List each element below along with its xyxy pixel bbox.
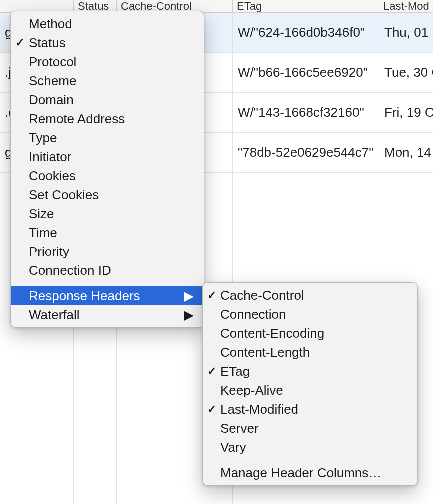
submenu-item-connection[interactable]: Connection [203,305,417,324]
submenu-item-manage-header-columns-[interactable]: Manage Header Columns… [203,463,417,482]
menu-item-label: Domain [29,92,181,108]
submenu-item-etag[interactable]: ✓ETag [203,362,417,381]
menu-item-cookies[interactable]: Cookies [11,166,204,185]
submenu-item-vary[interactable]: Vary [203,438,417,457]
menu-item-remote-address[interactable]: Remote Address [11,109,204,128]
menu-item-label: Remote Address [29,111,181,127]
check-icon: ✓ [203,400,220,419]
submenu-item-label: Vary [220,440,407,455]
menu-item-protocol[interactable]: Protocol [11,52,204,71]
check-icon: ✓ [11,33,29,52]
submenu-item-label: ETag [220,364,407,379]
submenu-arrow-icon: ▶ [181,288,194,304]
submenu-item-last-modified[interactable]: ✓Last-Modified [203,400,417,419]
menu-item-label: Time [29,225,181,241]
menu-item-status[interactable]: ✓Status [11,33,204,52]
check-icon: ✓ [203,286,220,305]
menu-item-set-cookies[interactable]: Set Cookies [11,185,204,204]
submenu-arrow-icon: ▶ [181,307,194,323]
menu-item-label: Priority [29,244,181,259]
menu-separator [203,460,417,460]
column-context-menu[interactable]: Method✓StatusProtocolSchemeDomainRemote … [10,11,204,328]
col-header-etag[interactable]: ETag [232,0,379,13]
cell-lastmod: Tue, 30 O [379,53,433,93]
menu-item-label: Status [29,35,181,51]
submenu-item-label: Content-Encoding [220,326,407,341]
submenu-item-label: Manage Header Columns… [220,465,407,481]
submenu-item-label: Cache-Control [220,288,407,303]
menu-item-label: Initiator [29,149,181,165]
check-icon: ✓ [203,362,220,381]
menu-item-domain[interactable]: Domain [11,90,204,109]
col-header-lastmod[interactable]: Last-Mod [379,0,433,13]
submenu-item-label: Last-Modified [220,402,407,417]
submenu-item-label: Server [220,421,407,436]
menu-item-label: Connection ID [29,263,181,278]
submenu-item-content-length[interactable]: Content-Length [203,343,417,362]
menu-item-type[interactable]: Type [11,128,204,147]
menu-item-label: Response Headers [29,288,181,304]
submenu-item-keep-alive[interactable]: Keep-Alive [203,381,417,400]
menu-item-response-headers[interactable]: Response Headers▶ [11,286,204,305]
menu-item-label: Set Cookies [29,187,181,203]
menu-item-scheme[interactable]: Scheme [11,71,204,90]
menu-item-priority[interactable]: Priority [11,242,204,261]
menu-item-initiator[interactable]: Initiator [11,147,204,166]
menu-separator [11,283,204,283]
submenu-item-label: Connection [220,307,407,322]
menu-item-label: Method [29,16,181,32]
submenu-item-label: Keep-Alive [220,383,407,398]
submenu-item-server[interactable]: Server [203,419,417,438]
cell-lastmod: Fri, 19 Oc [379,93,433,133]
cell-lastmod: Thu, 01 N [379,13,433,53]
menu-item-label: Protocol [29,54,181,70]
cell-etag: W/"624-166d0b346f0" [232,13,379,53]
menu-item-label: Cookies [29,168,181,184]
submenu-item-cache-control[interactable]: ✓Cache-Control [203,286,417,305]
menu-item-label: Scheme [29,73,181,89]
cell-etag: W/"b66-166c5ee6920" [232,53,379,93]
menu-item-method[interactable]: Method [11,14,204,33]
cell-etag: "78db-52e0629e544c7" [232,133,379,173]
menu-item-label: Waterfall [29,307,181,323]
menu-item-time[interactable]: Time [11,223,204,242]
response-headers-submenu[interactable]: ✓Cache-ControlConnectionContent-Encoding… [202,282,418,486]
cell-lastmod: Mon, 14 M [379,133,433,173]
menu-item-label: Type [29,130,181,146]
menu-item-size[interactable]: Size [11,204,204,223]
menu-item-connection-id[interactable]: Connection ID [11,261,204,280]
submenu-item-content-encoding[interactable]: Content-Encoding [203,324,417,343]
cell-etag: W/"143-1668cf32160" [232,93,379,133]
menu-item-waterfall[interactable]: Waterfall▶ [11,305,204,324]
menu-item-label: Size [29,206,181,222]
submenu-item-label: Content-Length [220,345,407,360]
